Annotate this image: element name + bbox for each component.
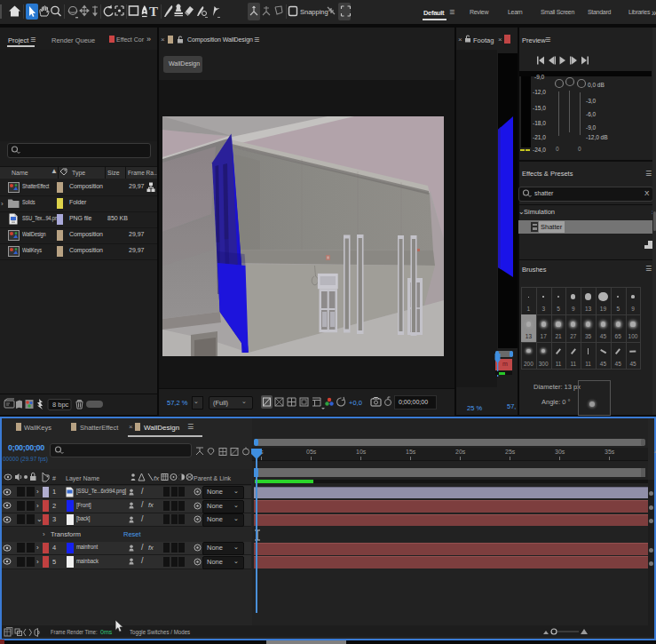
svg-text:fx: fx: [154, 474, 160, 482]
svg-text:8 bpc: 8 bpc: [52, 401, 69, 409]
svg-text:#: #: [52, 475, 56, 481]
svg-text:+0,0: +0,0: [349, 399, 362, 407]
svg-text:T: T: [149, 4, 158, 19]
svg-text:Layer Name: Layer Name: [66, 475, 99, 482]
svg-text:Snapping: Snapping: [300, 8, 328, 16]
svg-text:Parent & Link: Parent & Link: [194, 475, 232, 481]
